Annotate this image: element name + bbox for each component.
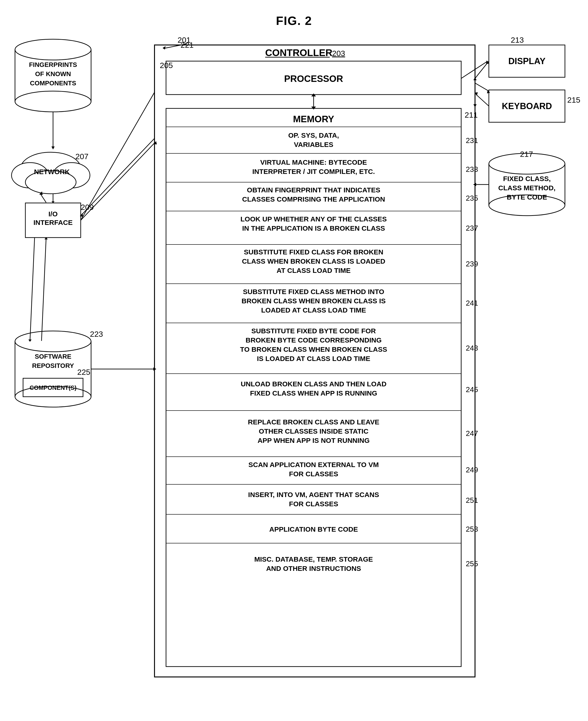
- svg-text:OTHER CLASSES INSIDE STATIC: OTHER CLASSES INSIDE STATIC: [259, 427, 369, 435]
- svg-text:215: 215: [567, 96, 581, 104]
- svg-text:COMPONENT(S): COMPONENT(S): [29, 384, 77, 391]
- svg-rect-0: [154, 45, 475, 677]
- svg-text:AT CLASS LOAD TIME: AT CLASS LOAD TIME: [276, 267, 351, 274]
- svg-marker-104: [51, 146, 55, 149]
- svg-text:237: 237: [466, 224, 478, 232]
- svg-text:241: 241: [466, 299, 478, 307]
- svg-marker-116: [153, 141, 157, 144]
- svg-rect-111: [25, 203, 81, 238]
- svg-text:UNLOAD BROKEN CLASS AND THEN L: UNLOAD BROKEN CLASS AND THEN LOAD: [241, 380, 386, 388]
- svg-point-107: [53, 163, 90, 188]
- svg-text:FINGERPRINTS: FINGERPRINTS: [29, 61, 77, 68]
- svg-text:KEYBOARD: KEYBOARD: [502, 101, 552, 111]
- svg-text:APP WHEN APP IS NOT RUNNING: APP WHEN APP IS NOT RUNNING: [257, 437, 370, 444]
- svg-text:SCAN  APPLICATION EXTERNAL TO : SCAN APPLICATION EXTERNAL TO VM: [248, 461, 379, 469]
- svg-line-139: [81, 92, 154, 220]
- svg-text:223: 223: [90, 330, 103, 338]
- svg-text:IN THE APPLICATION IS A BROKEN: IN THE APPLICATION IS A BROKEN CLASS: [242, 224, 385, 232]
- svg-line-77: [461, 61, 488, 78]
- svg-point-86: [489, 153, 565, 174]
- svg-text:VIRTUAL MACHINE: BYTECODE: VIRTUAL MACHINE: BYTECODE: [260, 159, 367, 166]
- svg-marker-78: [486, 60, 489, 64]
- svg-line-135: [42, 238, 46, 341]
- svg-text:209: 209: [81, 203, 94, 211]
- svg-text:BYTE CODE: BYTE CODE: [507, 193, 547, 201]
- page-title: FIG. 2: [0, 0, 588, 28]
- svg-text:CONTROLLER: CONTROLLER: [265, 47, 333, 58]
- svg-text:BROKEN BYTE CODE CORRESPONDING: BROKEN BYTE CODE CORRESPONDING: [246, 336, 382, 344]
- svg-text:249: 249: [466, 466, 478, 474]
- svg-text:DISPLAY: DISPLAY: [508, 56, 545, 66]
- svg-text:233: 233: [466, 165, 478, 173]
- svg-text:INTERPRETER / JIT COMPILER, ET: INTERPRETER / JIT COMPILER, ETC.: [252, 168, 375, 175]
- svg-text:INTERFACE: INTERFACE: [34, 219, 72, 226]
- svg-text:REPOSITORY: REPOSITORY: [32, 362, 74, 369]
- svg-marker-122: [39, 191, 43, 195]
- svg-text:VARIABLES: VARIABLES: [294, 141, 333, 148]
- svg-text:217: 217: [520, 150, 533, 159]
- svg-text:251: 251: [466, 496, 478, 504]
- svg-line-82: [476, 95, 489, 106]
- svg-text:FIXED CLASS,: FIXED CLASS,: [503, 175, 551, 182]
- svg-marker-83: [475, 92, 478, 96]
- svg-text:LOADED AT CLASS LOAD TIME: LOADED AT CLASS LOAD TIME: [261, 306, 366, 314]
- svg-marker-141: [474, 77, 477, 80]
- svg-text:225: 225: [77, 368, 90, 376]
- svg-text:LOOK UP WHETHER ANY OF THE CLA: LOOK UP WHETHER ANY OF THE CLASSES: [240, 215, 387, 223]
- svg-text:205: 205: [160, 61, 173, 70]
- svg-point-126: [15, 386, 91, 407]
- svg-marker-85: [487, 90, 490, 94]
- svg-text:REPLACE BROKEN CLASS AND LEAVE: REPLACE BROKEN CLASS AND LEAVE: [248, 418, 379, 426]
- svg-marker-142: [474, 104, 477, 107]
- svg-text:203: 203: [332, 49, 345, 58]
- svg-point-106: [12, 163, 48, 188]
- svg-text:AND OTHER INSTRUCTIONS: AND OTHER INSTRUCTIONS: [266, 564, 361, 572]
- svg-text:245: 245: [466, 386, 478, 394]
- svg-point-108: [25, 171, 76, 194]
- svg-text:CLASS WHEN BROKEN CLASS IS LOA: CLASS WHEN BROKEN CLASS IS LOADED: [242, 258, 385, 265]
- svg-line-133: [30, 238, 35, 341]
- svg-marker-95: [473, 183, 476, 186]
- svg-rect-79: [489, 90, 565, 122]
- svg-text:211: 211: [465, 110, 478, 119]
- svg-rect-130: [23, 378, 83, 397]
- svg-line-121: [40, 194, 46, 203]
- svg-text:CLASSES COMPRISING THE APPLICA: CLASSES COMPRISING THE APPLICATION: [242, 195, 385, 203]
- svg-text:APPLICATION BYTE CODE: APPLICATION BYTE CODE: [269, 526, 358, 533]
- svg-text:OBTAIN FINGERPRINT THAT INDICA: OBTAIN FINGERPRINT THAT INDICATES: [247, 186, 380, 194]
- svg-point-105: [21, 152, 81, 185]
- svg-text:OP. SYS, DATA,: OP. SYS, DATA,: [288, 131, 339, 139]
- svg-text:231: 231: [466, 136, 478, 145]
- svg-rect-73: [489, 45, 565, 77]
- svg-text:MEMORY: MEMORY: [293, 114, 334, 124]
- svg-text:SUBSTITUTE FIXED CLASS METHOD : SUBSTITUTE FIXED CLASS METHOD INTO: [243, 288, 384, 295]
- svg-text:PROCESSOR: PROCESSOR: [284, 74, 343, 84]
- svg-text:NETWORK: NETWORK: [34, 168, 70, 176]
- svg-text:INSERT, INTO VM, AGENT THAT SC: INSERT, INTO VM, AGENT THAT SCANS: [248, 491, 379, 498]
- svg-marker-118: [80, 213, 83, 217]
- svg-point-123: [15, 331, 91, 352]
- svg-line-84: [475, 83, 489, 91]
- svg-text:MISC. DATABASE, TEMP. STORAGE: MISC. DATABASE, TEMP. STORAGE: [254, 555, 373, 563]
- svg-text:SUBSTITUTE FIXED BYTE CODE FOR: SUBSTITUTE FIXED BYTE CODE FOR: [251, 327, 376, 335]
- svg-marker-136: [44, 237, 48, 240]
- svg-text:SUBSTITUTE FIXED CLASS FOR BRO: SUBSTITUTE FIXED CLASS FOR BROKEN: [244, 248, 383, 256]
- svg-text:247: 247: [466, 429, 478, 437]
- svg-marker-71: [311, 94, 316, 97]
- svg-text:SOFTWARE: SOFTWARE: [35, 353, 71, 360]
- svg-text:FOR CLASSES: FOR CLASSES: [289, 470, 338, 478]
- svg-text:FIXED CLASS WHEN APP IS RUNNIN: FIXED CLASS WHEN APP IS RUNNING: [250, 389, 377, 397]
- svg-text:CLASS METHOD,: CLASS METHOD,: [498, 184, 555, 192]
- svg-text:IS LOADED AT CLASS LOAD TIME: IS LOADED AT CLASS LOAD TIME: [257, 355, 370, 362]
- svg-text:FOR CLASSES: FOR CLASSES: [289, 500, 338, 508]
- svg-text:253: 253: [466, 525, 478, 533]
- svg-marker-120: [51, 201, 55, 203]
- svg-marker-69: [163, 46, 166, 49]
- svg-text:TO BROKEN CLASS WHEN BROKEN CL: TO BROKEN CLASS WHEN BROKEN CLASS: [240, 346, 387, 353]
- svg-text:COMPONENTS: COMPONENTS: [30, 80, 76, 87]
- svg-line-76: [475, 61, 489, 78]
- svg-text:201: 201: [177, 36, 191, 44]
- svg-line-68: [164, 44, 187, 48]
- svg-line-117: [82, 138, 154, 214]
- svg-marker-72: [311, 107, 316, 109]
